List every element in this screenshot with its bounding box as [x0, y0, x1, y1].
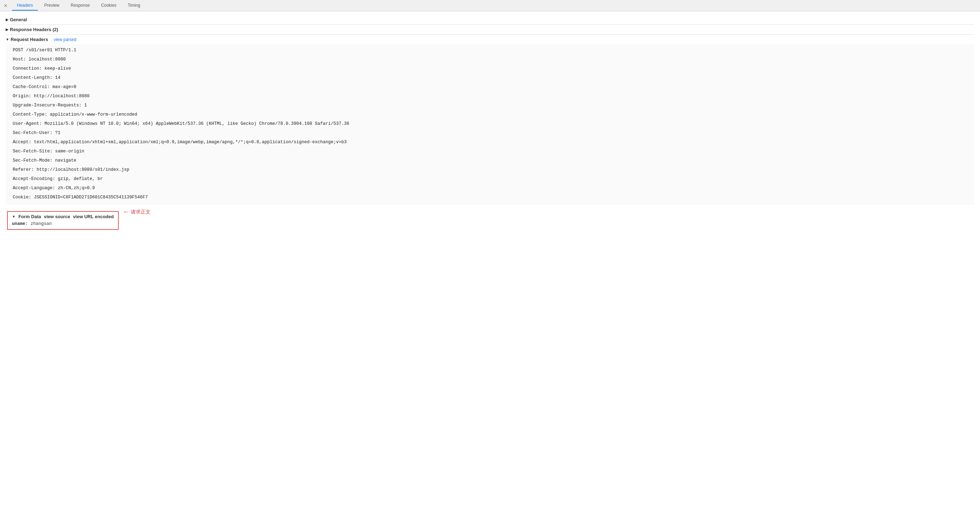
- form-data-key: uname:: [12, 221, 28, 226]
- header-line: Cookie: JSESSIONID=C8F1ADD271D601C8435C5…: [13, 193, 967, 202]
- form-data-section: Form Data view source view URL encoded u…: [7, 211, 119, 230]
- general-arrow-icon: [6, 18, 8, 22]
- general-label: General: [10, 17, 27, 22]
- content-area: General Response Headers (2) Request Hea…: [0, 11, 980, 517]
- close-icon[interactable]: ✕: [3, 3, 8, 8]
- form-data-row-item: uname: zhangsan: [12, 221, 114, 226]
- annotation-arrow-container: ← 请求正文: [123, 208, 151, 216]
- view-source-link[interactable]: view source: [44, 214, 70, 219]
- request-headers-body: POST /s01/ser01 HTTP/1.1Host: localhost:…: [6, 44, 974, 205]
- header-line: Sec-Fetch-Site: same-origin: [13, 147, 967, 156]
- header-line: Accept-Language: zh-CN,zh;q=0.9: [13, 184, 967, 193]
- request-headers-arrow-icon: [6, 37, 9, 41]
- header-line: Origin: http://localhost:8080: [13, 92, 967, 101]
- header-line: POST /s01/ser01 HTTP/1.1: [13, 46, 967, 55]
- header-line: Referer: http://localhost:8080/s01/index…: [13, 165, 967, 174]
- tab-headers[interactable]: Headers: [12, 1, 38, 11]
- form-data-label: Form Data: [18, 214, 41, 219]
- header-line: Content-Type: application/x-www-form-url…: [13, 110, 967, 119]
- header-line: Accept-Encoding: gzip, deflate, br: [13, 174, 967, 184]
- header-line: Sec-Fetch-User: ?1: [13, 128, 967, 137]
- tab-timing[interactable]: Timing: [123, 1, 145, 11]
- form-data-row: uname: zhangsan: [12, 221, 114, 227]
- response-headers-section-header[interactable]: Response Headers (2): [6, 24, 974, 34]
- general-section-header[interactable]: General: [6, 15, 974, 24]
- header-line: Content-Length: 14: [13, 73, 967, 82]
- tab-bar: ✕ Headers Preview Response Cookies Timin…: [0, 0, 980, 11]
- tab-response[interactable]: Response: [66, 1, 95, 11]
- annotation-text: 请求正文: [131, 209, 151, 215]
- header-line: Upgrade-Insecure-Requests: 1: [13, 101, 967, 110]
- form-data-value: zhangsan: [28, 221, 52, 226]
- form-data-annotation-container: Form Data view source view URL encoded u…: [7, 208, 973, 230]
- response-headers-arrow-icon: [6, 27, 8, 32]
- form-data-header: Form Data view source view URL encoded: [12, 214, 114, 219]
- request-headers-section-header[interactable]: Request Headers view parsed: [6, 34, 974, 44]
- header-line: Cache-Control: max-age=0: [13, 82, 967, 92]
- request-headers-label: Request Headers: [11, 37, 48, 42]
- tab-cookies[interactable]: Cookies: [96, 1, 121, 11]
- form-data-arrow-icon: [12, 215, 16, 219]
- header-line: Sec-Fetch-Mode: navigate: [13, 156, 967, 165]
- header-line: Host: localhost:8080: [13, 55, 967, 64]
- tab-preview[interactable]: Preview: [39, 1, 64, 11]
- response-headers-label: Response Headers (2): [10, 27, 58, 32]
- view-parsed-link[interactable]: view parsed: [54, 37, 76, 42]
- header-line: User-Agent: Mozilla/5.0 (Windows NT 10.0…: [13, 119, 967, 128]
- view-url-encoded-link[interactable]: view URL encoded: [73, 214, 114, 219]
- form-data-area: Form Data view source view URL encoded u…: [6, 208, 974, 230]
- red-arrow-icon: ←: [123, 208, 129, 216]
- header-line: Connection: keep-alive: [13, 64, 967, 73]
- header-line: Accept: text/html,application/xhtml+xml,…: [13, 137, 967, 147]
